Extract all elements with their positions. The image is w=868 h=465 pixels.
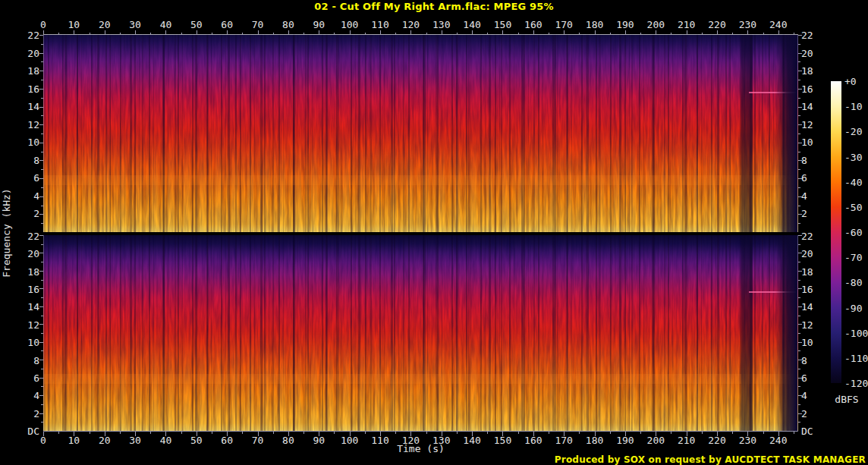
- freq-tick-label: 10: [19, 137, 39, 148]
- mid-frequency-energy-band: [44, 175, 797, 185]
- freq-tick-label: 10: [801, 137, 822, 148]
- time-tick-label: 90: [313, 19, 325, 30]
- fade-out-region: [775, 235, 797, 431]
- freq-tick-label: 6: [19, 372, 39, 383]
- frequency-axis-label: Frequency (kHz): [1, 188, 12, 277]
- freq-tick: [798, 178, 802, 179]
- time-tick-label: 20: [99, 19, 111, 30]
- time-tick: [610, 432, 611, 434]
- time-tick-label: 60: [221, 19, 233, 30]
- freq-tick: [41, 244, 43, 245]
- freq-tick: [39, 342, 43, 343]
- mid-frequency-energy-band: [44, 374, 797, 384]
- time-tick-label: 190: [616, 19, 634, 30]
- freq-tick-label: 6: [801, 172, 822, 184]
- time-tick: [334, 432, 335, 434]
- freq-tick: [798, 169, 800, 170]
- freq-tick-label: 4: [801, 390, 822, 401]
- page-title: 02 - Cut Off My Right Arm.flac: MPEG 95%: [0, 1, 868, 12]
- time-tick: [732, 432, 733, 434]
- freq-dc-label: DC: [19, 426, 39, 437]
- freq-tick-label: 8: [19, 154, 39, 165]
- freq-tick-label: 12: [19, 319, 39, 330]
- colorbar-tick-label: -70: [844, 252, 862, 263]
- freq-tick: [41, 152, 43, 152]
- time-tick-label: 210: [678, 19, 695, 30]
- freq-tick-label: 18: [801, 65, 822, 77]
- time-tick: [242, 432, 243, 434]
- freq-tick: [798, 107, 802, 108]
- freq-tick: [39, 89, 43, 90]
- time-tick-label: 140: [463, 19, 480, 30]
- freq-tick: [41, 404, 43, 405]
- freq-tick-label: 14: [19, 101, 39, 112]
- colorbar-tick-label: -110: [844, 352, 868, 363]
- colorbar-tick-label: -80: [844, 277, 862, 288]
- freq-tick: [798, 422, 800, 423]
- freq-dc-label: DC: [801, 426, 822, 437]
- freq-tick: [41, 262, 43, 262]
- time-tick: [212, 432, 212, 434]
- colorbar-tick-label: -10: [844, 101, 862, 112]
- time-tick-label: 10: [68, 19, 80, 30]
- freq-tick: [41, 223, 43, 224]
- time-tick: [303, 432, 304, 434]
- freq-tick-label: 8: [801, 154, 822, 165]
- freq-tick: [798, 386, 800, 387]
- freq-tick: [798, 404, 800, 405]
- time-tick: [90, 432, 90, 434]
- time-tick-label: 160: [524, 19, 542, 30]
- time-tick-label: 80: [282, 19, 294, 30]
- freq-tick: [798, 333, 800, 334]
- colorbar-gradient: [831, 81, 841, 383]
- time-tick: [671, 432, 671, 434]
- freq-tick-label: 2: [801, 208, 822, 219]
- colorbar-tick-label: -100: [844, 327, 868, 338]
- freq-tick-label: 12: [19, 118, 39, 130]
- freq-tick: [798, 360, 802, 360]
- freq-tick: [798, 160, 802, 161]
- time-tick-label: 110: [371, 19, 388, 30]
- freq-tick: [798, 152, 800, 152]
- freq-tick-label: 22: [801, 231, 822, 242]
- freq-tick: [39, 196, 43, 197]
- freq-tick: [798, 297, 800, 298]
- freq-tick: [39, 395, 43, 396]
- freq-tick: [798, 262, 800, 262]
- time-tick-label: 30: [129, 19, 141, 30]
- colorbar-tick-label: -20: [844, 126, 862, 137]
- time-tick: [395, 432, 396, 434]
- freq-tick: [39, 53, 43, 54]
- freq-tick: [41, 297, 43, 298]
- freq-labels-right-ch1: 222018161412108642: [801, 35, 822, 231]
- freq-tick-label: 20: [801, 248, 822, 259]
- quiet-section-band: [741, 35, 753, 232]
- freq-tick: [39, 235, 43, 236]
- freq-tick-label: 18: [801, 265, 822, 277]
- time-tick: [794, 432, 794, 434]
- freq-labels-left-ch1: 222018161412108642: [19, 35, 39, 231]
- freq-tick: [41, 44, 43, 45]
- colorbar-tick-label: -60: [844, 227, 862, 238]
- freq-tick: [798, 196, 802, 197]
- freq-tick-label: 4: [19, 390, 39, 401]
- time-tick: [487, 432, 488, 434]
- freq-tick-label: 22: [801, 30, 822, 41]
- freq-tick-label: 20: [801, 47, 822, 58]
- freq-tick: [39, 178, 43, 179]
- freq-tick-label: 22: [19, 231, 39, 242]
- freq-tick-label: 10: [801, 337, 822, 348]
- freq-tick: [798, 187, 800, 188]
- freq-tick: [798, 413, 802, 414]
- freq-tick-label: 18: [19, 65, 39, 77]
- time-tick: [579, 432, 580, 434]
- freq-tick-label: 14: [19, 301, 39, 313]
- freq-tick: [798, 316, 800, 316]
- freq-tick-label: 2: [801, 407, 822, 419]
- freq-tick: [39, 413, 43, 414]
- freq-tick-label: 16: [801, 284, 822, 295]
- freq-tick: [798, 288, 802, 289]
- freq-tick-label: 22: [19, 30, 39, 41]
- freq-tick: [798, 235, 802, 236]
- colorbar-tick-label: -90: [844, 302, 862, 313]
